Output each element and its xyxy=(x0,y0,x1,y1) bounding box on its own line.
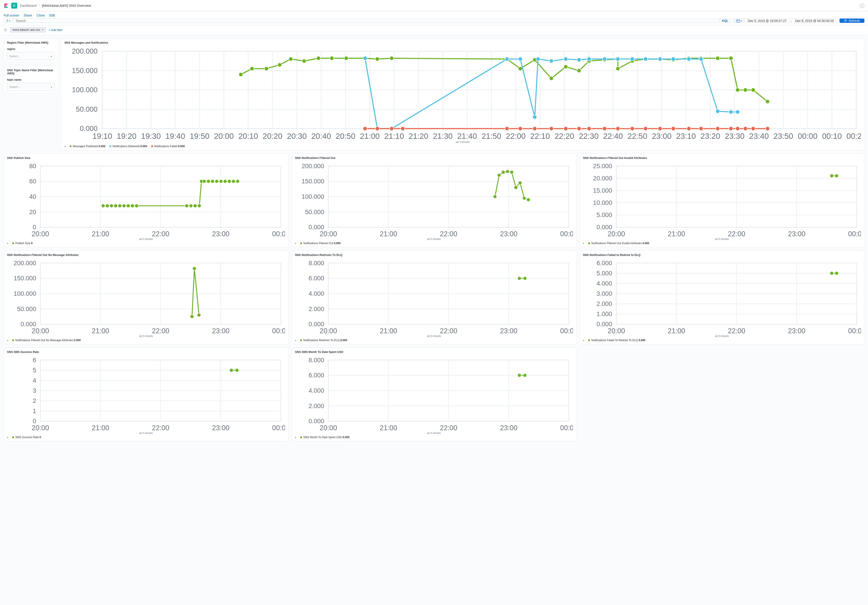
close-icon[interactable]: × xyxy=(42,28,43,31)
svg-point-188 xyxy=(135,204,138,208)
filtered-out-chart[interactable]: 0.00050.000100.000150.000200.00020:0021:… xyxy=(295,162,573,238)
svg-text:00:00: 00:00 xyxy=(798,132,817,140)
no-msg-attr-chart[interactable]: 0.00050.000100.000150.000200.00020:0021:… xyxy=(7,259,285,335)
svg-text:20:30: 20:30 xyxy=(287,132,307,140)
svg-text:0: 0 xyxy=(33,223,36,231)
svg-text:150.000: 150.000 xyxy=(302,178,324,185)
fullscreen-link[interactable]: Full screen xyxy=(4,14,19,17)
publish-size-chart[interactable]: 02040608020:0021:0022:0023:0000:00 xyxy=(7,162,285,238)
legend-item[interactable]: Notifications Redriven To DLQ 0.000 xyxy=(300,339,347,342)
filter-pill[interactable]: event.dataset: aws.sns × xyxy=(10,27,46,33)
messages-chart[interactable]: 0.00050.000100.000150.000200.00019:1019:… xyxy=(64,47,861,141)
edit-link[interactable]: Edit xyxy=(49,14,55,17)
share-link[interactable]: Share xyxy=(23,14,32,17)
svg-text:21:40: 21:40 xyxy=(457,132,477,140)
calendar-icon[interactable] xyxy=(734,19,745,23)
legend-toggle[interactable] xyxy=(295,436,296,439)
svg-text:0.000: 0.000 xyxy=(597,321,612,327)
clone-link[interactable]: Clone xyxy=(37,14,45,17)
svg-point-303 xyxy=(518,276,521,280)
svg-point-82 xyxy=(289,57,293,61)
svg-text:8.000: 8.000 xyxy=(308,357,324,363)
svg-point-194 xyxy=(202,180,206,183)
breadcrumb-root[interactable]: Dashboard xyxy=(20,4,36,8)
legend-toggle[interactable] xyxy=(583,339,584,342)
svg-point-135 xyxy=(375,127,379,131)
svg-point-156 xyxy=(743,127,747,131)
chevron-down-icon xyxy=(51,54,52,58)
svg-point-151 xyxy=(687,127,691,131)
failed-redrive-chart[interactable]: 0.0001.0002.0003.0004.0005.0006.00020:00… xyxy=(583,259,861,335)
svg-text:100.000: 100.000 xyxy=(302,193,324,200)
kibana-logo-icon[interactable] xyxy=(4,3,9,8)
svg-text:22:20: 22:20 xyxy=(555,132,574,140)
legend-item[interactable]: Notifications Failed 0.000 xyxy=(151,145,185,148)
legend-toggle[interactable] xyxy=(7,242,8,245)
svg-text:22:50: 22:50 xyxy=(628,132,647,140)
refresh-button-label: Refresh xyxy=(849,19,860,23)
svg-point-127 xyxy=(658,57,662,61)
search-input[interactable] xyxy=(13,19,719,23)
sms-spent-chart[interactable]: 0.0002.0004.0006.0008.00020:0021:0022:00… xyxy=(295,356,573,432)
filter-toggle[interactable]: # xyxy=(4,19,13,23)
svg-point-381 xyxy=(523,374,527,377)
svg-point-142 xyxy=(564,127,568,131)
date-range[interactable]: Dec 5, 2019 @ 19:09:07.27 → Dec 6, 2019 … xyxy=(745,19,837,23)
svg-text:10.000: 10.000 xyxy=(593,199,612,206)
svg-text:23:00: 23:00 xyxy=(500,327,518,335)
svg-point-147 xyxy=(630,127,634,131)
legend-item[interactable]: Notifications Filtered Out 0.000 xyxy=(300,242,341,245)
region-select[interactable]: Select... xyxy=(7,52,54,60)
legend-item[interactable]: SMS Month To Date Spent USD 0.000 xyxy=(300,436,349,439)
svg-point-152 xyxy=(699,127,703,131)
svg-text:19:10: 19:10 xyxy=(93,132,112,140)
panel-title: SNS Notifications Filtered Out Invalid A… xyxy=(583,157,861,160)
refresh-button[interactable]: Refresh xyxy=(840,19,864,23)
legend-toggle[interactable] xyxy=(295,339,296,342)
app-icon[interactable]: D xyxy=(11,3,17,9)
legend-item[interactable]: Notifications Failed To Redrive To DLQ 0… xyxy=(588,339,645,342)
legend-toggle[interactable] xyxy=(295,242,296,245)
legend-item[interactable]: SMS Success Rate 0 xyxy=(12,436,41,439)
svg-text:00:00: 00:00 xyxy=(272,424,285,432)
svg-text:21:50: 21:50 xyxy=(482,132,501,140)
legend-item[interactable]: Messages Published 0.000 xyxy=(70,145,105,148)
svg-text:23:00: 23:00 xyxy=(500,230,518,238)
svg-text:20.000: 20.000 xyxy=(593,175,612,182)
legend-label: SMS Month To Date Spent USD 0.000 xyxy=(303,436,349,439)
feedback-icon[interactable]: ☺ xyxy=(860,3,864,8)
svg-point-143 xyxy=(577,127,581,131)
topic-select[interactable]: Select... xyxy=(7,83,54,91)
svg-point-109 xyxy=(743,88,747,92)
legend-toggle[interactable] xyxy=(583,242,584,245)
svg-text:6: 6 xyxy=(33,357,36,363)
svg-text:23:20: 23:20 xyxy=(701,132,720,140)
svg-point-201 xyxy=(232,180,235,183)
legend-item[interactable]: Publish Size 0 xyxy=(12,242,33,245)
legend-toggle[interactable] xyxy=(64,145,65,148)
legend: Notifications Failed To Redrive To DLQ 0… xyxy=(583,339,861,342)
legend: Notifications Redriven To DLQ 0.000 xyxy=(295,339,573,342)
sms-success-chart[interactable]: 012345620:0021:0022:0023:0000:00 xyxy=(7,356,285,432)
legend-item[interactable]: Notifications Delivered 0.000 xyxy=(109,145,147,148)
legend-item[interactable]: Notifications Filtered Out No Message At… xyxy=(12,339,81,342)
svg-point-189 xyxy=(185,204,189,208)
kql-toggle[interactable]: KQL xyxy=(719,19,731,23)
gear-icon[interactable] xyxy=(4,28,7,32)
region-label: region xyxy=(7,48,54,51)
svg-text:00:00: 00:00 xyxy=(560,424,573,432)
select-placeholder: Select... xyxy=(9,85,20,88)
svg-point-181 xyxy=(105,204,109,208)
svg-point-198 xyxy=(219,180,223,183)
svg-text:6.000: 6.000 xyxy=(308,275,324,282)
svg-text:00:00: 00:00 xyxy=(272,327,285,335)
invalid-attr-chart[interactable]: 0.0005.00010.00015.00020.00025.00020:002… xyxy=(583,162,861,238)
add-filter-link[interactable]: + Add filter xyxy=(49,28,63,32)
svg-text:0.000: 0.000 xyxy=(308,321,324,327)
svg-text:19:40: 19:40 xyxy=(166,132,185,140)
legend-toggle[interactable] xyxy=(7,436,8,439)
svg-text:6.000: 6.000 xyxy=(597,259,612,267)
legend-item[interactable]: Notifications Filtered Out Invalid Attri… xyxy=(588,242,649,245)
redriven-chart[interactable]: 0.0002.0004.0006.0008.00020:0021:0022:00… xyxy=(295,259,573,335)
legend-toggle[interactable] xyxy=(7,339,8,342)
